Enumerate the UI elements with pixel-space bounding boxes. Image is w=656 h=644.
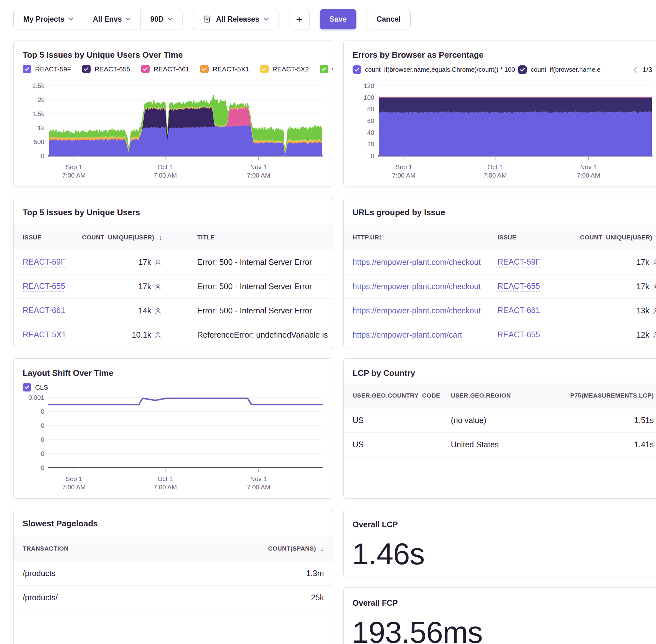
table-row: /products 1.3m <box>14 561 333 586</box>
checkbox-checked-icon <box>518 65 527 74</box>
svg-text:60: 60 <box>367 117 374 124</box>
column-header-count-spans[interactable]: COUNT(SPANS)↓ <box>231 545 333 552</box>
svg-text:0: 0 <box>41 422 44 429</box>
table-row: US United States 1.41s <box>344 433 656 457</box>
column-header-region[interactable]: USER.GEO.REGION <box>451 392 558 399</box>
issue-link[interactable]: REACT-59F <box>498 257 541 268</box>
overall-lcp-value: 1.46s <box>352 536 424 571</box>
widget-title: Errors by Browser as Percentage <box>353 50 483 60</box>
issue-link[interactable]: REACT-661 <box>23 306 65 316</box>
country-code: US <box>344 416 451 425</box>
url-link[interactable]: https://empower-plant.com/checkout <box>353 258 481 267</box>
issue-link[interactable]: REACT-655 <box>498 330 540 340</box>
legend-item-react-661[interactable]: REACT-661 <box>141 65 189 73</box>
svg-text:500: 500 <box>34 138 44 145</box>
user-icon <box>154 331 162 339</box>
user-count: 13k <box>637 306 649 315</box>
release-filter-label: All Releases <box>216 15 259 24</box>
issue-link[interactable]: REACT-5X1 <box>23 330 66 340</box>
legend-item-browser-formula-2[interactable]: count_if(browser.name,e <box>518 65 628 74</box>
cancel-button[interactable]: Cancel <box>367 9 410 29</box>
widget-overall-lcp: Overall LCP 1.46s <box>343 509 656 577</box>
release-filter-button[interactable]: All Releases <box>193 9 279 29</box>
svg-text:7:00 AM: 7:00 AM <box>392 172 415 179</box>
svg-text:7:00 AM: 7:00 AM <box>62 172 86 179</box>
column-header-issue[interactable]: ISSUE <box>14 234 93 241</box>
legend-item-chrome-formula[interactable]: count_if(browser.name,equals,Chrome)/cou… <box>353 65 515 74</box>
column-header-http-url[interactable]: HTTP.URL <box>344 234 498 241</box>
column-header-title[interactable]: TITLE <box>162 234 333 241</box>
svg-text:7:00 AM: 7:00 AM <box>62 484 86 491</box>
svg-text:0: 0 <box>41 436 44 443</box>
svg-text:40: 40 <box>367 129 374 136</box>
date-range-filter-button[interactable]: 90D <box>141 9 182 29</box>
releases-icon <box>203 15 212 24</box>
legend-item-react-5x1[interactable]: REACT-5X1 <box>200 65 249 73</box>
line-chart[interactable]: 000000.001Sep 17:00 AMOct 17:00 AMNov 17… <box>14 388 333 499</box>
column-header-count-unique-user[interactable]: COUNT_UNIQUE(USER)↓ <box>93 234 162 242</box>
legend-item-react-59f[interactable]: REACT-59F <box>23 65 71 73</box>
widget-errors-by-browser: Errors by Browser as Percentage count_if… <box>343 40 656 187</box>
issue-link[interactable]: REACT-655 <box>498 281 540 292</box>
user-count: 17k <box>138 258 151 267</box>
chart-legend: REACT-59F REACT-655 REACT-661 REACT-5X1 … <box>23 65 333 73</box>
issue-link[interactable]: REACT-661 <box>498 306 540 316</box>
environment-filter-button[interactable]: All Envs <box>83 9 141 29</box>
chevron-down-icon <box>68 18 73 21</box>
user-icon <box>652 258 656 267</box>
url-link[interactable]: https://empower-plant.com/checkout <box>353 306 481 315</box>
column-header-issue[interactable]: ISSUE <box>498 234 571 241</box>
column-header-country-code[interactable]: USER.GEO.COUNTRY_CODE <box>344 392 451 399</box>
column-header-transaction[interactable]: TRANSACTION <box>14 545 231 552</box>
issue-link[interactable]: REACT-59F <box>23 257 66 268</box>
svg-text:100: 100 <box>364 94 374 101</box>
add-widget-button[interactable]: + <box>289 9 309 29</box>
user-count: 17k <box>138 282 151 291</box>
region: United States <box>451 440 558 449</box>
widget-title: Slowest Pageloads <box>23 519 98 529</box>
p75-lcp-value: 1.51s <box>558 416 656 425</box>
table-row: REACT-59F 17k Error: 500 - Internal Serv… <box>14 250 333 275</box>
filter-segmented-control: My Projects All Envs 90D <box>14 9 182 29</box>
project-filter-button[interactable]: My Projects <box>14 9 83 29</box>
svg-text:1k: 1k <box>38 124 45 131</box>
table-body: REACT-59F 17k Error: 500 - Internal Serv… <box>14 250 333 347</box>
legend-item-react-655[interactable]: REACT-655 <box>82 65 130 73</box>
widget-issues-over-time: Top 5 Issues by Unique Users Over Time R… <box>14 40 333 187</box>
svg-text:Oct 1: Oct 1 <box>158 164 173 170</box>
user-icon <box>652 282 656 291</box>
chevron-left-icon[interactable] <box>633 67 637 73</box>
url-link[interactable]: https://empower-plant.com/checkout <box>353 282 481 291</box>
url-link[interactable]: https://empower-plant.com/cart <box>353 330 462 340</box>
svg-text:7:00 AM: 7:00 AM <box>247 484 270 491</box>
svg-text:0: 0 <box>41 408 44 415</box>
stacked-area-chart[interactable]: 05001k1.5k2k2.5kSep 17:00 AMOct 17:00 AM… <box>14 76 333 187</box>
svg-text:0: 0 <box>41 450 44 457</box>
table-body: US (no value) 1.51s US United States 1.4… <box>344 408 656 457</box>
svg-text:0: 0 <box>41 153 44 159</box>
user-count: 17k <box>637 258 649 267</box>
svg-text:Nov 1: Nov 1 <box>580 164 597 170</box>
user-icon <box>154 282 162 291</box>
widget-layout-shift: Layout Shift Over Time CLS 000000.001Sep… <box>14 358 333 499</box>
issue-link[interactable]: REACT-655 <box>23 281 65 292</box>
legend-item-other[interactable]: Other <box>320 65 333 73</box>
table-row: REACT-5X1 10.1k ReferenceError: undefine… <box>14 323 333 347</box>
table-header: HTTP.URL ISSUE COUNT_UNIQUE(USER)↓ <box>344 225 656 250</box>
checkbox-checked-icon <box>82 65 91 73</box>
chevron-down-icon <box>168 18 173 21</box>
stacked-area-chart[interactable]: 020406080100120Sep 17:00 AMOct 17:00 AMN… <box>344 76 656 187</box>
table-row: https://empower-plant.com/cart REACT-655… <box>344 323 656 347</box>
svg-text:Oct 1: Oct 1 <box>158 475 173 482</box>
user-icon <box>652 331 656 339</box>
svg-text:2k: 2k <box>38 96 45 103</box>
save-button[interactable]: Save <box>320 9 357 29</box>
widget-title: Top 5 Issues by Unique Users <box>23 208 140 217</box>
legend-item-react-5x2[interactable]: REACT-5X2 <box>260 65 309 73</box>
svg-text:7:00 AM: 7:00 AM <box>153 484 177 491</box>
column-header-p75-lcp[interactable]: P75(MEASUREMENTS.LCP) <box>558 392 656 399</box>
table-row: REACT-655 17k Error: 500 - Internal Serv… <box>14 275 333 299</box>
widget-urls-by-issue-table: URLs grouped by Issue HTTP.URL ISSUE COU… <box>343 198 656 348</box>
span-count: 25k <box>231 593 333 602</box>
column-header-count-unique-user[interactable]: COUNT_UNIQUE(USER)↓ <box>571 234 656 242</box>
